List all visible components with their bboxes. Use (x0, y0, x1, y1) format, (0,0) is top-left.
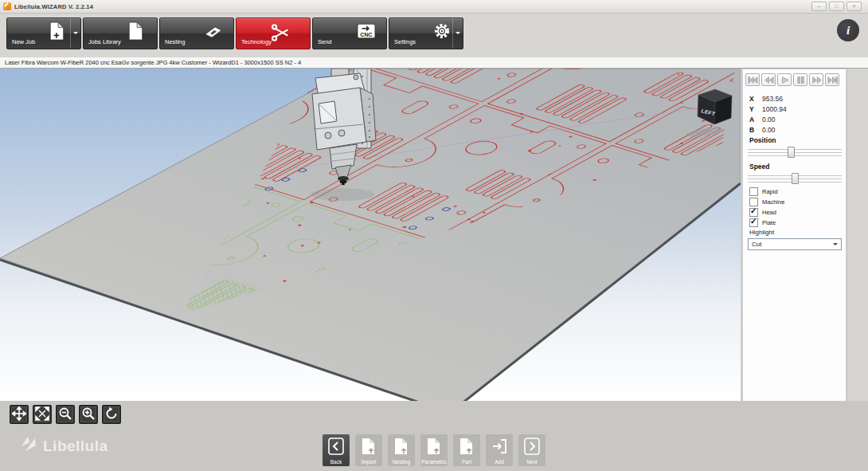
info-icon: i (846, 24, 850, 37)
step-back-button[interactable] (761, 73, 776, 86)
app-icon (3, 2, 11, 10)
speed-slider[interactable] (748, 172, 842, 185)
import-button[interactable]: Import (355, 434, 382, 466)
libellula-logo: Libellula (21, 435, 108, 457)
info-button[interactable]: i (837, 19, 859, 41)
highlight-selected-value: Cut (752, 241, 761, 248)
technology-icon (272, 24, 289, 43)
plate-checkbox-row[interactable]: Plate (749, 218, 784, 228)
reset-view-icon (104, 406, 119, 423)
toolbar-button-settings[interactable]: Settings (389, 18, 463, 49)
nesting-icon (204, 25, 221, 44)
highlight-label: Highlight (749, 229, 774, 236)
transport-controls (745, 73, 839, 86)
simulation-panel: X953.56 Y1000.94 A0.00 B0.00 Position Sp… (742, 69, 846, 430)
viewport-3d[interactable]: LEFT (0, 69, 741, 401)
maximize-button[interactable]: □ (829, 2, 844, 11)
fit-view-button[interactable] (33, 405, 52, 424)
new-job-dropdown-arrow-icon[interactable] (70, 18, 80, 49)
parametric-button[interactable]: Parametric (420, 434, 448, 466)
head-checkbox[interactable] (749, 208, 758, 217)
add-button[interactable]: Add (486, 434, 513, 466)
highlight-select[interactable]: Cut (748, 238, 842, 250)
libellula-logo-text: Libellula (43, 438, 108, 455)
rapid-checkbox[interactable] (749, 187, 758, 196)
speed-slider-thumb[interactable] (792, 173, 799, 184)
toolbar-button-new-job[interactable]: New Job (6, 18, 81, 49)
parametric-icon (426, 438, 442, 457)
close-button[interactable]: × (846, 2, 862, 11)
pan-button[interactable] (10, 405, 29, 424)
b-value: 0.00 (762, 126, 776, 134)
minimize-button[interactable]: – (811, 2, 827, 11)
view-controls (10, 405, 121, 424)
position-slider-thumb[interactable] (788, 147, 795, 158)
position-label: Position (749, 136, 776, 144)
coordinate-readout: X953.56 Y1000.94 A0.00 B0.00 (749, 92, 787, 133)
window-title: Libellula.WIZARD V. 2.2.14 (14, 3, 93, 10)
nesting-button[interactable]: Nesting (388, 434, 415, 466)
job-info-bar: Laser Fibra Warcom W-FibeR 2040 cnc EsaG… (0, 57, 868, 69)
zoom-out-button[interactable] (56, 405, 75, 424)
back-button[interactable]: Back (323, 434, 350, 466)
skip-start-button[interactable] (745, 73, 760, 86)
skip-end-button[interactable] (825, 73, 839, 86)
reset-view-button[interactable] (102, 405, 121, 424)
zoom-out-icon (58, 406, 72, 423)
plate-checkbox[interactable] (749, 218, 758, 227)
play-button[interactable] (777, 73, 792, 86)
machine-checkbox[interactable] (749, 198, 758, 206)
title-bar: Libellula.WIZARD V. 2.2.14 – □ × (0, 0, 868, 14)
part-icon (459, 438, 475, 457)
application-window: Libellula.WIZARD V. 2.2.14 – □ × New Job… (0, 0, 868, 471)
libellula-logo-icon (21, 435, 38, 457)
rapid-checkbox-row[interactable]: Rapid (749, 186, 784, 197)
nesting-import-icon (393, 438, 409, 457)
speed-label: Speed (749, 163, 770, 171)
import-icon (361, 438, 377, 457)
pause-button[interactable] (793, 73, 807, 86)
toolbar-button-jobs-library[interactable]: Jobs Library (83, 18, 158, 49)
jobs-library-icon (127, 22, 145, 41)
step-forward-button[interactable] (809, 73, 823, 86)
zoom-in-icon (81, 406, 96, 423)
back-icon (328, 438, 344, 457)
toolbar-button-send[interactable]: CNC Send (312, 18, 387, 49)
toolbar-button-technology[interactable]: Technology (236, 18, 311, 49)
new-job-icon (49, 22, 66, 41)
svg-text:CNC: CNC (360, 32, 372, 38)
next-icon (524, 438, 540, 457)
toolbar-button-nesting[interactable]: Nesting (159, 18, 234, 49)
position-slider[interactable] (748, 146, 842, 159)
send-cnc-icon: CNC (357, 22, 374, 41)
fit-view-icon (35, 406, 49, 423)
zoom-in-button[interactable] (79, 405, 98, 424)
settings-icon (432, 22, 450, 41)
next-button[interactable]: Next (518, 434, 545, 466)
part-button[interactable]: Part (453, 434, 480, 466)
add-icon (491, 438, 507, 457)
settings-dropdown-arrow-icon[interactable] (452, 18, 463, 49)
chevron-down-icon (833, 243, 838, 248)
main-toolbar: New Job Jobs Library Nesting Technology … (0, 14, 868, 57)
layer-toggles: Rapid Machine Head Plate (749, 186, 784, 228)
pan-icon (12, 406, 26, 423)
